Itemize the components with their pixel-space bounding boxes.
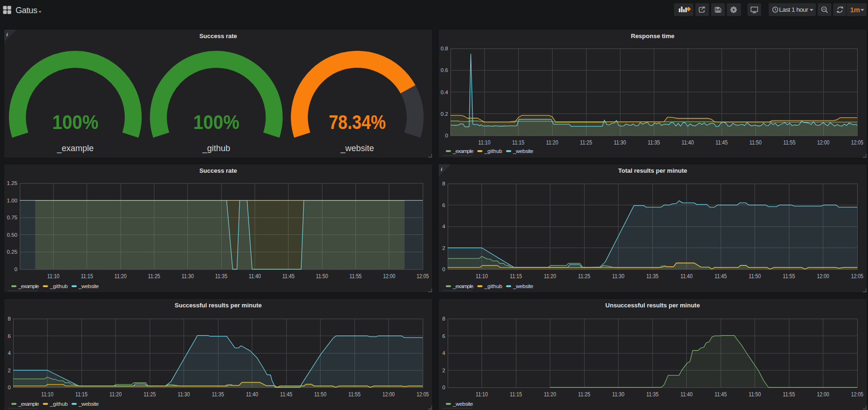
svg-text:11:55: 11:55 — [783, 273, 795, 280]
svg-text:11:35: 11:35 — [215, 273, 227, 280]
svg-text:11:25: 11:25 — [578, 391, 590, 398]
svg-text:11:10: 11:10 — [478, 139, 490, 146]
svg-text:11:10: 11:10 — [41, 391, 54, 398]
svg-text:12:00: 12:00 — [383, 273, 395, 280]
svg-text:2: 2 — [442, 245, 445, 251]
svg-text:11:55: 11:55 — [349, 273, 362, 280]
svg-text:1.25: 1.25 — [7, 180, 17, 186]
svg-text:11:10: 11:10 — [476, 391, 488, 398]
svg-text:12:05: 12:05 — [417, 391, 429, 398]
svg-text:12:05: 12:05 — [851, 139, 863, 146]
svg-text:11:40: 11:40 — [681, 273, 693, 280]
svg-text:0.4: 0.4 — [441, 89, 449, 95]
svg-text:12:00: 12:00 — [817, 139, 829, 146]
svg-text:11:25: 11:25 — [148, 273, 160, 280]
svg-text:11:45: 11:45 — [280, 391, 292, 398]
svg-text:1.00: 1.00 — [7, 198, 17, 203]
svg-text:6: 6 — [442, 202, 445, 208]
svg-text:11:25: 11:25 — [578, 273, 590, 280]
svg-text:11:10: 11:10 — [476, 273, 488, 280]
svg-text:_example: _example — [56, 144, 94, 153]
svg-text:0.6: 0.6 — [441, 67, 448, 73]
svg-text:11:15: 11:15 — [75, 391, 88, 398]
svg-text:11:50: 11:50 — [314, 391, 327, 398]
svg-text:0.50: 0.50 — [7, 232, 17, 238]
svg-text:11:35: 11:35 — [212, 391, 224, 398]
svg-text:11:30: 11:30 — [182, 273, 194, 280]
svg-text:0: 0 — [442, 266, 445, 272]
svg-text:11:15: 11:15 — [512, 139, 524, 146]
svg-text:11:15: 11:15 — [81, 273, 93, 280]
svg-text:11:40: 11:40 — [682, 139, 694, 146]
svg-text:12:00: 12:00 — [817, 273, 829, 280]
svg-text:11:40: 11:40 — [681, 391, 693, 398]
svg-text:12:05: 12:05 — [417, 273, 429, 280]
svg-text:11:40: 11:40 — [249, 273, 261, 280]
svg-text:11:55: 11:55 — [783, 139, 796, 146]
svg-text:0: 0 — [15, 266, 17, 272]
svg-text:11:25: 11:25 — [580, 139, 592, 146]
svg-text:100%: 100% — [193, 111, 240, 133]
svg-text:_github: _github — [484, 148, 502, 154]
svg-text:11:30: 11:30 — [178, 391, 190, 398]
svg-text:_website: _website — [513, 283, 533, 289]
svg-text:11:20: 11:20 — [544, 273, 556, 280]
svg-text:12:00: 12:00 — [383, 391, 395, 398]
svg-text:1m: 1m — [850, 6, 860, 14]
svg-text:11:20: 11:20 — [114, 273, 127, 280]
svg-text:12:05: 12:05 — [851, 391, 863, 398]
svg-text:11:15: 11:15 — [510, 273, 522, 280]
svg-text:11:35: 11:35 — [646, 273, 659, 280]
svg-text:_website: _website — [513, 148, 533, 154]
svg-text:Last 1 hour: Last 1 hour — [779, 6, 809, 13]
svg-text:_example: _example — [18, 283, 39, 289]
svg-text:4: 4 — [8, 350, 11, 356]
svg-text:6: 6 — [8, 333, 11, 339]
svg-text:4: 4 — [442, 350, 446, 356]
svg-text:11:50: 11:50 — [749, 273, 761, 280]
svg-text:78.34%: 78.34% — [329, 111, 386, 133]
svg-text:0: 0 — [442, 385, 445, 390]
svg-text:11:20: 11:20 — [546, 139, 558, 146]
svg-text:11:20: 11:20 — [544, 391, 556, 398]
svg-text:11:50: 11:50 — [316, 273, 328, 280]
svg-text:8: 8 — [8, 316, 11, 322]
svg-text:_website: _website — [452, 401, 473, 407]
svg-text:6: 6 — [442, 333, 445, 339]
svg-text:2: 2 — [442, 368, 445, 373]
svg-text:12:05: 12:05 — [851, 273, 863, 280]
svg-text:_github: _github — [49, 401, 68, 407]
svg-text:11:30: 11:30 — [614, 139, 626, 146]
svg-text:11:55: 11:55 — [348, 391, 361, 398]
svg-text:11:30: 11:30 — [612, 391, 625, 398]
svg-text:_github: _github — [484, 283, 502, 289]
svg-text:4: 4 — [442, 224, 446, 229]
svg-text:11:45: 11:45 — [715, 139, 728, 146]
svg-text:12:00: 12:00 — [817, 391, 829, 398]
svg-text:11:40: 11:40 — [246, 391, 258, 398]
svg-text:11:35: 11:35 — [648, 139, 660, 146]
svg-text:11:35: 11:35 — [646, 391, 659, 398]
svg-text:11:45: 11:45 — [715, 391, 727, 398]
svg-text:_example: _example — [452, 148, 474, 154]
svg-text:11:20: 11:20 — [110, 391, 122, 398]
svg-text:8: 8 — [442, 316, 445, 322]
svg-text:0.25: 0.25 — [7, 249, 17, 255]
svg-text:_website: _website — [78, 283, 99, 289]
svg-text:0: 0 — [445, 133, 448, 138]
svg-text:_website: _website — [78, 401, 99, 407]
svg-text:11:50: 11:50 — [749, 391, 761, 398]
svg-text:0.8: 0.8 — [441, 46, 448, 51]
svg-text:11:30: 11:30 — [612, 273, 625, 280]
svg-text:11:25: 11:25 — [144, 391, 156, 398]
svg-text:11:55: 11:55 — [783, 391, 795, 398]
svg-text:11:45: 11:45 — [282, 273, 295, 280]
svg-text:11:15: 11:15 — [510, 391, 522, 398]
svg-text:_github: _github — [202, 144, 230, 153]
svg-text:11:10: 11:10 — [47, 273, 59, 280]
svg-text:8: 8 — [442, 181, 445, 186]
svg-text:11:45: 11:45 — [715, 273, 727, 280]
svg-text:0: 0 — [8, 385, 11, 390]
svg-text:_github: _github — [49, 283, 68, 289]
svg-text:11:50: 11:50 — [749, 139, 762, 146]
